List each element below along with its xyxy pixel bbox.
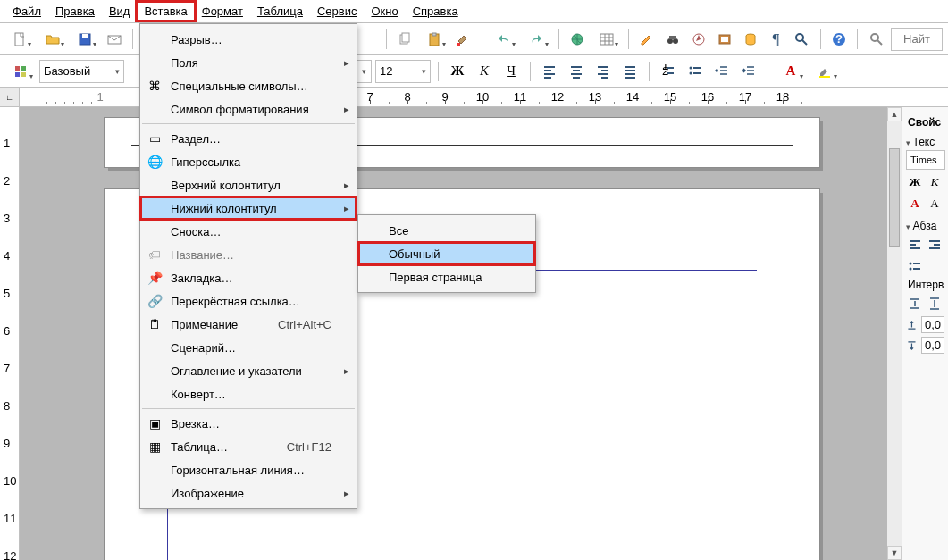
nonprinting-button[interactable]: ¶ <box>765 28 787 51</box>
insert-footnote[interactable]: Сноска… <box>140 220 357 243</box>
save-button[interactable] <box>71 28 99 51</box>
scroll-down-button[interactable]: ▼ <box>887 546 902 560</box>
redo-button[interactable] <box>522 28 550 51</box>
menu-tools[interactable]: Сервис <box>310 2 365 21</box>
hyperlink-button[interactable] <box>566 28 589 51</box>
panel-bold-button[interactable]: Ж <box>906 173 924 191</box>
panel-bullets[interactable] <box>906 257 924 275</box>
find-button[interactable] <box>662 28 684 51</box>
undo-button[interactable] <box>490 28 518 51</box>
scroll-up-button[interactable]: ▲ <box>887 107 902 121</box>
copy-button[interactable] <box>394 28 416 51</box>
insert-frame[interactable]: ▣ Врезка… <box>140 412 357 435</box>
align-right-button[interactable] <box>591 60 615 83</box>
search-icon-button[interactable] <box>865 28 887 51</box>
align-center-button[interactable] <box>565 60 588 83</box>
spacing-icon <box>927 297 942 311</box>
insert-section[interactable]: ▭ Раздел… <box>140 127 357 150</box>
toolbar-separator <box>768 62 768 81</box>
panel-spacing-below[interactable]: 0,0 <box>906 337 944 354</box>
datasources-button[interactable] <box>739 28 761 51</box>
open-button[interactable] <box>38 28 66 51</box>
scroll-thumb[interactable] <box>889 148 900 247</box>
italic-button[interactable]: К <box>473 60 496 83</box>
ruler-label: 7 <box>4 362 10 375</box>
panel-italic-button[interactable]: К <box>926 173 944 191</box>
menu-format[interactable]: Формат <box>195 2 250 21</box>
panel-align-right[interactable] <box>926 236 944 254</box>
styles-dropdown-button[interactable] <box>5 60 36 83</box>
indent-inc-button[interactable] <box>737 60 760 83</box>
panel-font-combo[interactable]: Times <box>906 150 945 170</box>
insert-image[interactable]: Изображение <box>140 481 357 505</box>
panel-char-button[interactable]: A <box>926 195 944 213</box>
format-paint-button[interactable] <box>452 28 474 51</box>
font-size-combo[interactable]: 12 ▾ <box>375 60 431 83</box>
redo-icon <box>529 32 543 46</box>
insert-crossref[interactable]: 🔗 Перекрёстная ссылка… <box>140 289 357 313</box>
insert-bookmark[interactable]: 📌 Закладка… <box>140 266 357 289</box>
highlight-button[interactable] <box>810 60 840 83</box>
numbered-list-button[interactable]: 12 <box>657 60 680 83</box>
ruler-label: 5 <box>4 287 10 300</box>
underline-button[interactable]: Ч <box>499 60 523 83</box>
insert-hyperlink[interactable]: 🌐 Гиперссылка <box>140 150 357 173</box>
menu-edit[interactable]: Правка <box>48 2 102 21</box>
insert-annotation[interactable]: 🗒 Примечание Ctrl+Alt+C <box>140 313 357 336</box>
panel-text-section[interactable]: Текс <box>906 136 944 148</box>
footer-all[interactable]: Все <box>358 219 535 242</box>
navigator-button[interactable] <box>687 28 709 51</box>
ruler-corner: ∟ <box>0 88 20 106</box>
paste-button[interactable] <box>420 28 449 51</box>
toolbar-separator <box>857 29 858 49</box>
font-color-button[interactable]: A <box>776 60 806 83</box>
menu-window[interactable]: Окно <box>364 2 405 21</box>
menu-view-label: Вид <box>109 4 130 18</box>
insert-table[interactable]: ▦ Таблица… Ctrl+F12 <box>140 435 357 458</box>
bullet-list-button[interactable] <box>684 60 707 83</box>
panel-spacing-dec[interactable] <box>906 295 924 313</box>
align-left-button[interactable] <box>538 60 561 83</box>
search-field[interactable]: Найт <box>891 28 943 51</box>
help-button[interactable]: ? <box>828 28 851 51</box>
email-button[interactable] <box>103 28 125 51</box>
gallery-button[interactable] <box>713 28 735 51</box>
menu-table[interactable]: Таблица <box>250 2 310 21</box>
insert-formatting-mark[interactable]: Символ форматирования <box>140 97 357 121</box>
footer-first[interactable]: Первая страница <box>358 265 535 288</box>
panel-align-left[interactable] <box>906 236 924 254</box>
menu-insert[interactable]: Вставка <box>137 2 194 21</box>
indent-inc-icon <box>742 64 756 79</box>
insert-hrule[interactable]: Горизонтальная линия… <box>140 458 357 481</box>
indent-dec-button[interactable] <box>710 60 734 83</box>
panel-fontcolor-button[interactable]: A <box>906 195 924 213</box>
footer-default[interactable]: Обычный <box>358 242 535 265</box>
show-draw-button[interactable] <box>636 28 659 51</box>
insert-fields[interactable]: Поля <box>140 51 357 74</box>
align-justify-button[interactable] <box>618 60 642 83</box>
panel-spacing-inc[interactable] <box>926 295 944 313</box>
new-doc-button[interactable] <box>5 28 34 51</box>
zoom-button[interactable] <box>791 28 813 51</box>
vertical-ruler[interactable]: 123456789101112 <box>0 107 20 560</box>
insert-toc[interactable]: Оглавление и указатели <box>140 359 357 382</box>
svg-text:?: ? <box>835 32 843 46</box>
menu-file[interactable]: Файл <box>5 2 48 21</box>
panel-spacing-above[interactable]: 0,0 <box>906 316 944 333</box>
insert-special[interactable]: ⌘ Специальные символы… <box>140 74 357 97</box>
insert-footer[interactable]: Нижний колонтитул <box>140 196 357 220</box>
insert-break[interactable]: Разрыв… <box>140 28 357 51</box>
label: Первая страница <box>389 271 482 284</box>
menu-table-label: Таблица <box>257 4 303 18</box>
menu-help[interactable]: Справка <box>406 2 466 21</box>
vertical-scrollbar[interactable]: ▲ ▼ <box>887 107 902 560</box>
menu-view[interactable]: Вид <box>102 2 138 21</box>
panel-para-section[interactable]: Абза <box>906 220 944 232</box>
insert-caption[interactable]: 🏷 Название… <box>140 243 357 266</box>
paragraph-style-combo[interactable]: Базовый ▾ <box>39 60 124 83</box>
insert-header[interactable]: Верхний колонтитул <box>140 173 357 196</box>
insert-envelope[interactable]: Конверт… <box>140 382 357 405</box>
insert-scenario[interactable]: Сценарий… <box>140 336 357 359</box>
bold-button[interactable]: Ж <box>446 60 469 83</box>
table-button[interactable] <box>591 28 620 51</box>
